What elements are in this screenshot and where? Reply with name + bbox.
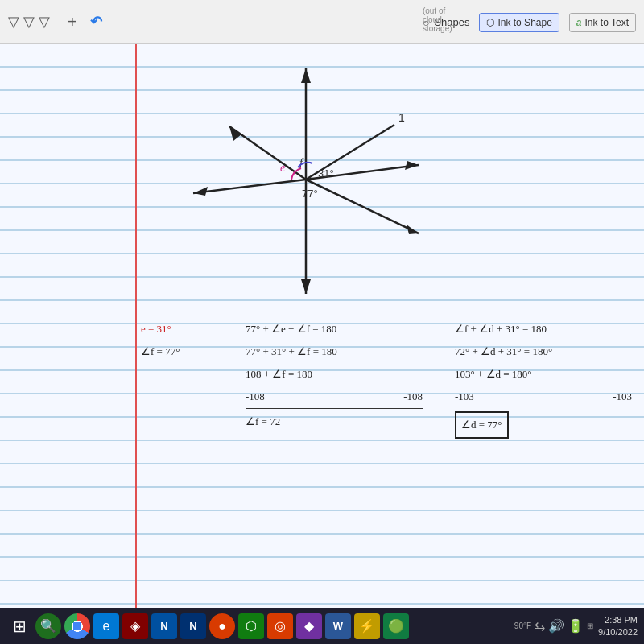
math-e-equals: e = 31° — [141, 318, 237, 341]
math-col2-line1: 77° + ∠e + ∠f = 180 — [246, 318, 423, 341]
onenote-icon[interactable]: N — [151, 613, 177, 639]
taskbar: ⊞ 🔍 e ◈ N N ● ⬡ ◎ ◆ W ⚡ 🟢 90°F ⇆ 🔊 🔋 ⊞ 2… — [0, 608, 644, 644]
toolbar: ▽ ▽ ▽ + ↶ (out of cloud storage) ○ Shape… — [0, 0, 644, 44]
windows-button[interactable]: ⊞ — [6, 613, 32, 639]
math-final-answer: ∠d = 77° — [455, 411, 509, 439]
time-display: 2:38 PM — [598, 614, 638, 625]
math-col2-sub1: -108 — [246, 386, 265, 408]
ink-to-text-button[interactable]: a Ink to Text — [569, 13, 636, 32]
svg-text:31°: 31° — [318, 167, 334, 180]
cloud-storage-text: (out of cloud storage) — [423, 6, 459, 33]
svg-text:77°: 77° — [302, 188, 318, 200]
ink-to-shape-label: Ink to Shape — [497, 17, 551, 28]
onenote2-icon[interactable]: N — [180, 613, 206, 639]
math-col2-line3: 108 + ∠f = 180 — [246, 363, 423, 386]
search-icon[interactable]: 🔍 — [35, 613, 61, 639]
battery-icon: 🔋 — [568, 618, 584, 634]
taskbar-icon-4[interactable]: ◎ — [267, 613, 293, 639]
ink-to-shape-button[interactable]: ⬡ Ink to Shape — [479, 13, 559, 32]
notebook: 1 e f 31° 77° — [0, 44, 644, 608]
angle-diagram: 1 e f 31° 77° — [145, 60, 467, 302]
screen: ▽ ▽ ▽ + ↶ (out of cloud storage) ○ Shape… — [0, 0, 644, 644]
chrome-icon[interactable] — [64, 613, 90, 639]
plus-icon[interactable]: + — [68, 13, 77, 31]
math-column-2: 77° + ∠e + ∠f = 180 77° + 31° + ∠f = 180… — [246, 318, 423, 431]
svg-marker-6 — [405, 161, 419, 170]
temperature-label: 90°F — [514, 621, 531, 630]
svg-marker-2 — [301, 279, 311, 294]
svg-text:1: 1 — [398, 111, 405, 124]
math-col2-line2: 77° + 31° + ∠f = 180 — [246, 341, 423, 363]
math-col3-line2: 72° + ∠d + 31° = 180° — [455, 341, 632, 363]
taskbar-icon-7[interactable]: 🟢 — [383, 613, 409, 639]
taskbar-icon-5[interactable]: ◆ — [296, 613, 322, 639]
sound-icon: 🔊 — [548, 618, 564, 634]
content-area: 1 e f 31° 77° — [0, 44, 644, 608]
math-col3-sub1: -103 — [455, 386, 474, 408]
math-col3-sub2: -103 — [613, 386, 632, 408]
date-display: 9/10/2022 — [598, 626, 638, 638]
taskbar-clock[interactable]: 2:38 PM 9/10/2022 — [598, 614, 638, 638]
word-icon[interactable]: W — [325, 613, 351, 639]
edge-icon[interactable]: e — [93, 613, 119, 639]
svg-marker-8 — [229, 126, 242, 141]
math-column-1: e = 31° ∠f = 77° — [141, 318, 237, 363]
math-angle-f: ∠f = 77° — [141, 341, 237, 363]
network-icon: ⊞ — [587, 621, 593, 630]
svg-text:e: e — [280, 162, 285, 174]
svg-marker-1 — [301, 68, 311, 83]
toolbar-right: (out of cloud storage) ○ Shapes ⬡ Ink to… — [423, 0, 636, 44]
math-col3-line3: 103° + ∠d = 180° — [455, 363, 632, 386]
svg-marker-10 — [407, 225, 419, 234]
svg-marker-4 — [193, 187, 208, 196]
math-col2-result: ∠f = 72 — [246, 408, 423, 431]
svg-line-3 — [193, 180, 306, 193]
math-col3-line1: ∠f + ∠d + 31° = 180 — [455, 318, 632, 341]
math-col2-sub2: -108 — [403, 386, 423, 408]
math-col3-result: ∠d = 77° — [455, 408, 632, 431]
ink-to-text-label: Ink to Text — [585, 17, 629, 28]
taskbar-right: 90°F ⇆ 🔊 🔋 ⊞ 2:38 PM 9/10/2022 — [514, 614, 638, 638]
taskbar-icon-1[interactable]: ◈ — [122, 613, 148, 639]
taskbar-icon-3[interactable]: ⬡ — [238, 613, 264, 639]
taskbar-icon-6[interactable]: ⚡ — [354, 613, 380, 639]
wifi-icon: ⇆ — [535, 618, 545, 634]
math-column-3: ∠f + ∠d + 31° = 180 72° + ∠d + 31° = 180… — [455, 318, 632, 431]
taskbar-system-icons: 90°F ⇆ 🔊 🔋 ⊞ — [514, 618, 593, 634]
svg-line-9 — [306, 180, 419, 233]
taskbar-icon-2[interactable]: ● — [209, 613, 235, 639]
undo-icon[interactable]: ↶ — [90, 13, 102, 31]
